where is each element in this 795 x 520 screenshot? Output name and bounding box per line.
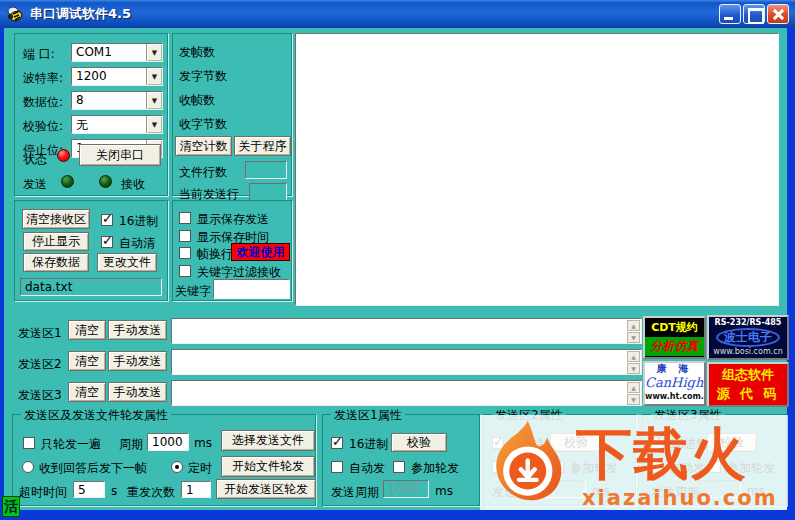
save-send-label: 显示保存发送 [197,211,269,228]
hex-display-label: 16进制 [119,213,158,230]
save-time-checkbox[interactable] [179,230,191,242]
send1-period-unit: ms [435,484,453,498]
chevron-down-icon[interactable]: ▼ [146,68,162,85]
period-input[interactable]: 1000 [147,433,189,451]
parity-label: 校验位: [23,118,63,135]
save-send-checkbox[interactable] [179,212,191,224]
file-lines-label: 文件行数 [179,164,227,181]
send3-manual-button[interactable]: 手动发送 [108,382,167,402]
keyword-label: 关键字 [175,283,211,300]
ad-cdt-banner[interactable]: CDT规约 分析仿真 [643,316,706,359]
close-port-button[interactable]: 关闭串口 [79,144,161,166]
frames-received-label: 收帧数 [179,92,215,109]
ad-canhigher-line2: CanHigher [645,375,704,391]
start-file-poll-button[interactable]: 开始文件轮发 [221,456,315,477]
scroll-up-icon[interactable]: ▲ [627,351,640,362]
ime-indicator[interactable]: 活 [2,496,20,517]
display-options-panel: 显示保存发送 显示保存时间 帧换行 欢迎使用 关键字过滤接收 关键字 [172,200,292,301]
titlebar: 串口调试软件4.5 [0,0,795,28]
ad-bosi-banner[interactable]: RS-232/RS-485 波士电子 www.bosi.com.cn [707,315,789,360]
ad-bosi-line2: 波士电子 [716,328,780,347]
chevron-down-icon[interactable]: ▼ [146,116,162,133]
chevron-down-icon[interactable]: ▼ [146,92,162,109]
timeout-input[interactable]: 5 [73,481,105,498]
receive-area[interactable] [295,33,779,306]
welcome-badge: 欢迎使用 [231,243,290,261]
maximize-button[interactable] [743,4,765,24]
port-label: 端 口: [23,46,55,63]
send1-period-input[interactable]: 1000 [383,480,429,498]
send1-manual-button[interactable]: 手动发送 [108,320,167,340]
bytes-received-label: 收字节数 [179,116,227,133]
save-data-button[interactable]: 保存数据 [23,253,89,272]
send1-joinpoll-checkbox[interactable] [393,461,405,473]
send2-clear-button[interactable]: 清空 [68,351,106,371]
send2-input[interactable]: ▲ ▼ [171,349,642,375]
clear-counters-button[interactable]: 清空计数 [175,136,232,156]
receive-led [99,175,112,188]
ad-canhigher-banner[interactable]: 康 海 CanHigher www.ht.com.cn [643,361,706,406]
check-icon: ✓ [102,211,113,226]
close-button[interactable] [767,4,789,24]
send1-hex-checkbox[interactable]: ✓ [331,437,343,449]
send2-manual-button[interactable]: 手动发送 [108,351,167,371]
timer-mode-radio[interactable] [171,461,183,473]
send1-scrollbar[interactable]: ▲ ▼ [627,320,640,344]
parity-select[interactable]: 无 ▼ [71,115,163,134]
ad-canhigher-line1: 康 海 [645,363,704,375]
save-filename-input[interactable]: data.txt [20,278,162,296]
send1-input[interactable]: ▲ ▼ [171,318,642,344]
chevron-down-icon[interactable]: ▼ [146,44,162,61]
port-settings-panel: 端 口: COM1 ▼ 波特率: 1200 ▼ 数据位: 8 ▼ 校验位: 无 … [14,33,168,196]
window-title: 串口调试软件4.5 [30,5,717,23]
reply-mode-radio[interactable] [22,461,34,473]
status-led [57,149,70,162]
port-select[interactable]: COM1 ▼ [71,43,163,62]
receive-led-label: 接收 [121,176,145,193]
scroll-down-icon[interactable]: ▼ [627,394,640,405]
clear-receive-button[interactable]: 清空接收区 [22,209,90,229]
select-send-file-button[interactable]: 选择发送文件 [221,430,315,451]
poll-properties-group: 发送区及发送文件轮发属性 只轮发一遍 周期 1000 ms 选择发送文件 收到回… [12,414,316,506]
send1-properties-group: 发送区1属性 ✓ 16进制 校验 自动发 参加轮发 发送周期 1000 ms [322,414,480,506]
minimize-button[interactable] [719,4,741,24]
ad-scada-banner[interactable]: 组态软件 源 代 码 [707,362,789,407]
timeout-label: 超时时间 [19,484,67,501]
send1-joinpoll-label: 参加轮发 [411,460,459,477]
reply-mode-label: 收到回答后发下一帧 [39,460,147,477]
send2-label: 发送区2 [18,356,62,373]
poll-properties-title: 发送区及发送文件轮发属性 [21,407,171,424]
keyword-input[interactable] [213,279,290,299]
poll-once-checkbox[interactable] [23,437,35,449]
send1-clear-button[interactable]: 清空 [68,320,106,340]
period-unit-label: ms [194,436,212,450]
timeout-unit-label: s [111,484,117,498]
send1-verify-button[interactable]: 校验 [391,433,447,452]
send-led-label: 发送 [23,176,47,193]
start-area-poll-button[interactable]: 开始发送区轮发 [216,479,316,499]
keyword-filter-checkbox[interactable] [179,265,191,277]
retry-input[interactable]: 1 [181,481,211,498]
send1-hex-label: 16进制 [349,436,388,453]
send1-autosend-checkbox[interactable] [331,461,343,473]
change-file-button[interactable]: 更改文件 [97,253,157,272]
baud-select[interactable]: 1200 ▼ [71,67,163,86]
databits-select[interactable]: 8 ▼ [71,91,163,110]
scroll-up-icon[interactable]: ▲ [627,320,640,331]
autoclear-checkbox[interactable]: ✓ [101,236,113,248]
status-label: 状态 [23,151,47,168]
send3-input[interactable]: ▲ ▼ [171,380,642,406]
ad-bosi-line1: RS-232/RS-485 [709,317,787,328]
hex-display-checkbox[interactable]: ✓ [101,214,113,226]
about-button[interactable]: 关于程序 [234,136,291,156]
frame-wrap-checkbox[interactable] [179,247,191,259]
send2-scrollbar[interactable]: ▲ ▼ [627,351,640,375]
send3-clear-button[interactable]: 清空 [68,382,106,402]
period-label: 周期 [119,436,143,453]
scroll-down-icon[interactable]: ▼ [627,332,640,343]
scroll-down-icon[interactable]: ▼ [627,363,640,374]
scroll-up-icon[interactable]: ▲ [627,382,640,393]
retry-label: 重发次数 [127,484,175,501]
stop-display-button[interactable]: 停止显示 [23,232,89,251]
send3-scrollbar[interactable]: ▲ ▼ [627,382,640,406]
